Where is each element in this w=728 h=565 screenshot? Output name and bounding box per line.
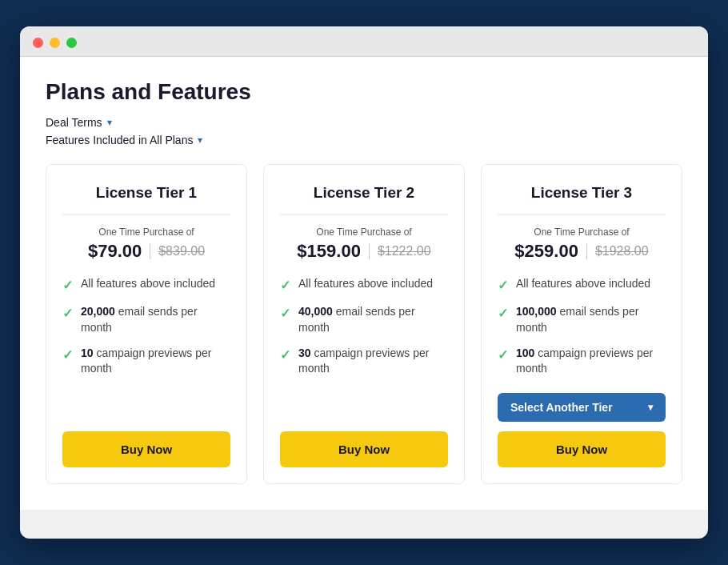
deal-terms-label: Deal Terms — [46, 116, 102, 129]
tier-2-feature-2-text: 40,000 email sends per month — [298, 304, 448, 335]
tier-3-title: License Tier 3 — [498, 184, 666, 202]
tier-1-price-original: $839.00 — [158, 244, 205, 258]
tier-3-price-current: $259.00 — [514, 241, 578, 262]
tier-1-purchase-label: One Time Purchase of — [62, 226, 230, 238]
deal-terms-link[interactable]: Deal Terms ▾ — [46, 116, 682, 129]
features-included-label: Features Included in All Plans — [46, 134, 193, 146]
check-icon: ✓ — [280, 305, 290, 323]
tier-2-price-current: $159.00 — [297, 241, 361, 262]
tier-card-2: License Tier 2 One Time Purchase of $159… — [263, 164, 465, 484]
tiers-grid: License Tier 1 One Time Purchase of $79.… — [46, 164, 682, 484]
tier-1-feature-3: ✓ 10 campaign previews per month — [62, 346, 230, 377]
check-icon: ✓ — [62, 305, 73, 323]
check-icon: ✓ — [498, 277, 508, 295]
tier-2-title: License Tier 2 — [280, 184, 448, 202]
tier-1-feature-1: ✓ All features above included — [62, 276, 230, 295]
tier-3-pricing: $259.00 $1928.00 — [498, 241, 666, 262]
tier-3-feature-2-text: 100,000 email sends per month — [516, 304, 666, 335]
select-tier-label: Select Another Tier — [510, 401, 613, 414]
tier-1-features: ✓ All features above included ✓ 20,000 e… — [62, 276, 230, 415]
tier-card-1: License Tier 1 One Time Purchase of $79.… — [46, 164, 247, 484]
tier-1-feature-1-text: All features above included — [81, 276, 215, 292]
tier-3-price-divider — [586, 243, 587, 259]
check-icon: ✓ — [498, 347, 508, 364]
titlebar — [20, 26, 708, 57]
tier-2-price-original: $1222.00 — [378, 244, 431, 258]
features-included-chevron-icon: ▾ — [198, 134, 202, 146]
tier-2-features: ✓ All features above included ✓ 40,000 e… — [280, 276, 448, 415]
tier-card-3: License Tier 3 One Time Purchase of $259… — [481, 164, 682, 484]
tier-3-feature-1: ✓ All features above included — [498, 276, 666, 295]
tier-3-feature-3-text: 100 campaign previews per month — [516, 346, 666, 377]
tier-1-price-divider — [150, 243, 150, 259]
page-title: Plans and Features — [46, 79, 682, 105]
check-icon: ✓ — [62, 347, 73, 364]
tier-2-feature-1-text: All features above included — [298, 276, 433, 292]
tier-2-purchase-label: One Time Purchase of — [280, 226, 448, 238]
tier-2-feature-2: ✓ 40,000 email sends per month — [280, 304, 448, 335]
tier-3-price-original: $1928.00 — [595, 244, 649, 258]
tier-1-pricing: $79.00 $839.00 — [62, 241, 230, 262]
tier-1-feature-2-text: 20,000 email sends per month — [81, 304, 230, 335]
features-included-link[interactable]: Features Included in All Plans ▾ — [46, 134, 682, 146]
dropdown-arrow-icon: ▾ — [648, 402, 653, 413]
tier-1-feature-3-text: 10 campaign previews per month — [81, 346, 230, 377]
tier-3-feature-2: ✓ 100,000 email sends per month — [498, 304, 666, 335]
maximize-dot[interactable] — [66, 38, 77, 48]
select-tier-button[interactable]: Select Another Tier ▾ — [498, 393, 666, 422]
tier-1-buy-button[interactable]: Buy Now — [62, 431, 230, 467]
minimize-dot[interactable] — [50, 38, 60, 48]
check-icon: ✓ — [62, 277, 73, 295]
tier-2-price-divider — [369, 243, 370, 259]
close-dot[interactable] — [33, 38, 43, 48]
check-icon: ✓ — [280, 277, 290, 295]
tier-2-pricing: $159.00 $1222.00 — [280, 241, 448, 262]
tier-2-feature-1: ✓ All features above included — [280, 276, 448, 295]
tier-1-price-current: $79.00 — [88, 241, 142, 262]
tier-2-buy-button[interactable]: Buy Now — [280, 431, 448, 467]
tier-1-feature-2: ✓ 20,000 email sends per month — [62, 304, 230, 335]
check-icon: ✓ — [498, 305, 508, 323]
tier-3-purchase-label: One Time Purchase of — [498, 226, 666, 238]
tier-3-buy-button[interactable]: Buy Now — [498, 431, 666, 467]
tier-3-feature-3: ✓ 100 campaign previews per month — [498, 346, 666, 377]
deal-terms-chevron-icon: ▾ — [107, 117, 112, 128]
check-icon: ✓ — [280, 347, 290, 364]
tier-3-features: ✓ All features above included ✓ 100,000 … — [498, 276, 666, 377]
window-content: Plans and Features Deal Terms ▾ Features… — [20, 57, 708, 510]
tier-2-feature-3: ✓ 30 campaign previews per month — [280, 346, 448, 377]
tier-2-feature-3-text: 30 campaign previews per month — [298, 346, 448, 377]
tier-3-feature-1-text: All features above included — [516, 276, 650, 292]
app-window: Plans and Features Deal Terms ▾ Features… — [20, 26, 708, 539]
tier-1-title: License Tier 1 — [62, 184, 230, 202]
